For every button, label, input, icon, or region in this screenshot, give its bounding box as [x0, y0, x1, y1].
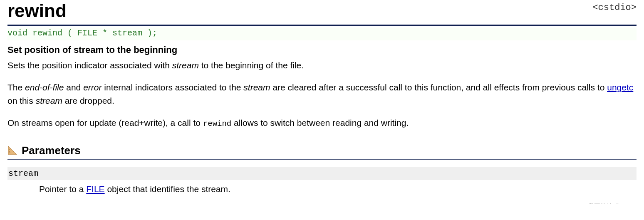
text: Pointer to a	[39, 184, 86, 194]
parameter-name: stream	[7, 167, 637, 180]
param-ref: stream	[36, 96, 62, 105]
parameter-item: stream Pointer to a FILE object that ide…	[7, 167, 637, 196]
text: allows to switch between reading and wri…	[231, 118, 409, 128]
text: are cleared after a successful call to t…	[270, 82, 607, 92]
triangle-ruler-icon	[7, 145, 17, 155]
parameters-heading: Parameters	[22, 144, 81, 157]
header-include-tag: <cstdio>	[592, 2, 637, 13]
watermark: CSDN @我要学编程(ಥ_ಥ)	[562, 202, 640, 204]
text: to the beginning of the file.	[199, 60, 304, 70]
description-paragraph-1: Sets the position indicator associated w…	[7, 59, 637, 72]
parameters-divider	[7, 159, 637, 160]
description-paragraph-2: The end-of-file and error internal indic…	[7, 81, 637, 107]
text: on this	[7, 96, 36, 105]
text: On streams open for update (read+write),…	[7, 118, 203, 128]
term-end-of-file: end-of-file	[25, 82, 64, 92]
description-paragraph-3: On streams open for update (read+write),…	[7, 116, 637, 130]
text: Sets the position indicator associated w…	[7, 60, 172, 70]
text: and	[64, 82, 83, 92]
term-error: error	[83, 82, 102, 92]
text: The	[7, 82, 25, 92]
param-ref: stream	[243, 82, 270, 92]
parameter-description: Pointer to a FILE object that identifies…	[39, 182, 637, 196]
link-file[interactable]: FILE	[86, 184, 104, 194]
function-signature: void rewind ( FILE * stream );	[7, 28, 637, 40]
parameters-heading-row: Parameters	[7, 144, 637, 157]
link-ungetc[interactable]: ungetc	[607, 82, 633, 92]
text: are dropped.	[62, 96, 114, 105]
page-title: rewind	[7, 0, 67, 22]
title-divider	[7, 25, 637, 26]
code-rewind: rewind	[203, 119, 231, 128]
text: object that identifies the stream.	[105, 184, 230, 194]
function-subtitle: Set position of stream to the beginning	[7, 45, 637, 55]
param-ref: stream	[172, 60, 199, 70]
text: internal indicators associated to the	[102, 82, 243, 92]
